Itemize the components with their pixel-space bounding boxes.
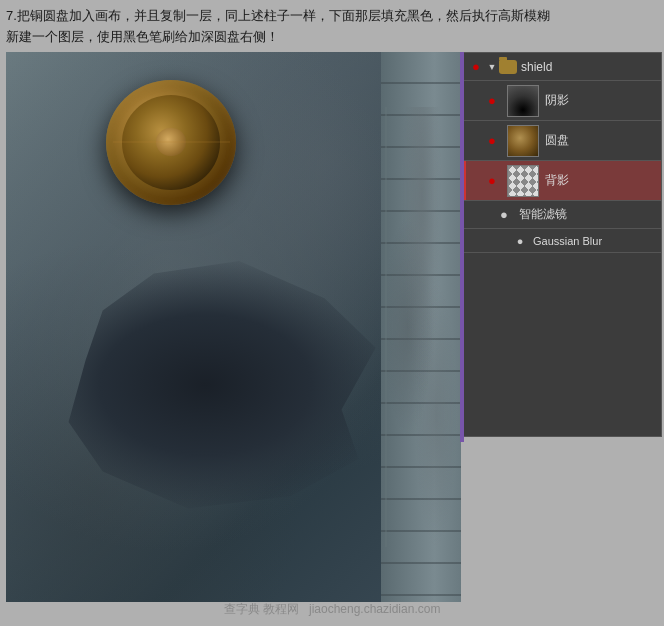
column-decoration — [381, 52, 461, 602]
layer-item-shadow[interactable]: ● 阴影 — [463, 81, 661, 121]
instruction-text: 7.把铜圆盘加入画布，并且复制一层，同上述柱子一样，下面那层填充黑色，然后执行高… — [6, 6, 658, 48]
gaussian-blur-item[interactable]: ● Gaussian Blur — [463, 229, 661, 253]
bg-thumb-preview — [508, 166, 538, 196]
bg-layer-name: 背影 — [545, 172, 657, 189]
watermark: 查字典 教程网 jiaocheng.chazidian.com — [224, 601, 441, 618]
layer-item-background[interactable]: ● 背影 — [463, 161, 661, 201]
gaussian-blur-name: Gaussian Blur — [533, 235, 657, 247]
canvas-area — [6, 52, 461, 602]
gaussian-visibility-eye[interactable]: ● — [511, 232, 529, 250]
bronze-bowl — [106, 80, 236, 205]
group-shield-name: shield — [521, 60, 657, 74]
group-expand-arrow[interactable]: ▼ — [485, 60, 499, 74]
disk-layer-name: 圆盘 — [545, 132, 657, 149]
bowl-outer — [106, 80, 236, 205]
bg-visibility-eye[interactable]: ● — [483, 172, 501, 190]
disk-visibility-eye[interactable]: ● — [483, 132, 501, 150]
panel-marker — [460, 52, 464, 442]
layer-item-disk[interactable]: ● 圆盘 — [463, 121, 661, 161]
group-folder-icon — [499, 60, 517, 74]
smart-filter-name: 智能滤镜 — [519, 206, 657, 223]
smart-filter-item[interactable]: ● 智能滤镜 — [463, 201, 661, 229]
disk-thumb-preview — [508, 126, 538, 156]
shadow-thumb-preview — [508, 86, 538, 116]
shadow-visibility-eye[interactable]: ● — [483, 92, 501, 110]
shadow-thumbnail — [507, 85, 539, 117]
layers-panel: ● ▼ shield ● 阴影 ● 圆盘 ● 背影 ● 智能滤镜 ● Gauss… — [462, 52, 662, 437]
smart-filter-visibility-eye[interactable]: ● — [495, 206, 513, 224]
dragon-shape — [385, 107, 457, 547]
group-visibility-eye[interactable]: ● — [467, 58, 485, 76]
layer-group-shield[interactable]: ● ▼ shield — [463, 53, 661, 81]
canvas-image — [6, 52, 461, 602]
bowl-decoration — [113, 142, 230, 143]
bg-thumbnail — [507, 165, 539, 197]
shadow-layer-name: 阴影 — [545, 92, 657, 109]
disk-thumbnail — [507, 125, 539, 157]
